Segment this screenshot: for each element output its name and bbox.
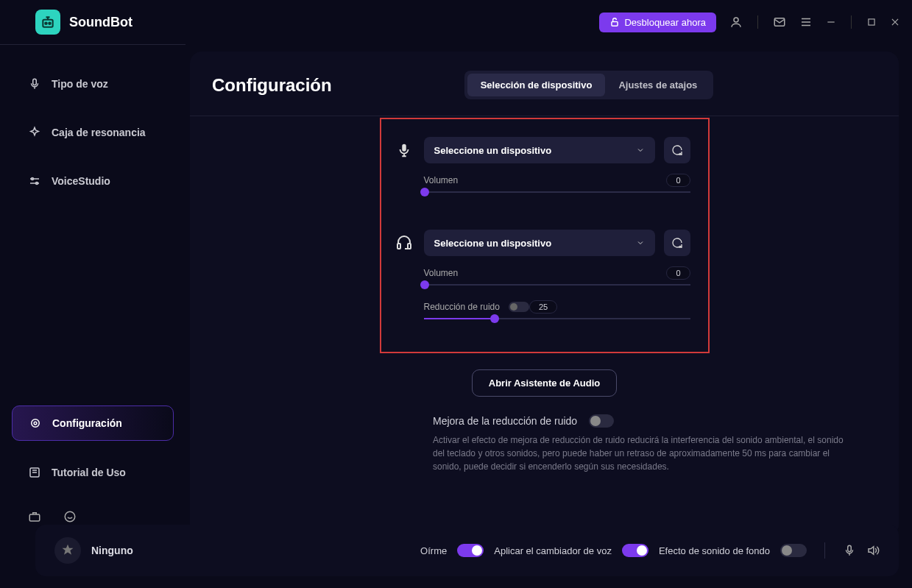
mail-icon[interactable] xyxy=(773,15,786,29)
sidebar-item-voicestudio[interactable]: VoiceStudio xyxy=(0,164,185,198)
nr-enhance-title: Mejora de la reducción de ruido xyxy=(433,415,577,427)
svg-rect-17 xyxy=(408,244,411,249)
speaker-icon[interactable] xyxy=(866,544,880,557)
maximize-icon[interactable] xyxy=(866,17,877,27)
lock-icon xyxy=(609,17,620,27)
mic-refresh-button[interactable] xyxy=(664,137,690,163)
bg-effect-toggle[interactable] xyxy=(780,544,807,557)
minimize-icon[interactable] xyxy=(826,17,836,27)
headset-volume-value: 0 xyxy=(666,266,690,280)
sidebar-item-label: Caja de resonancia xyxy=(52,127,146,138)
microphone-icon xyxy=(393,142,415,158)
content-panel: Configuración Selección de dispositivo A… xyxy=(190,52,899,536)
headset-refresh-button[interactable] xyxy=(664,230,690,256)
hear-myself-toggle[interactable] xyxy=(457,544,484,557)
bg-effect-label: Efecto de sonido de fondo xyxy=(659,545,770,556)
tab-shortcuts[interactable]: Ajustes de atajos xyxy=(605,74,710,96)
tab-group: Selección de dispositivo Ajustes de ataj… xyxy=(464,71,714,99)
apply-changer-toggle[interactable] xyxy=(622,544,648,557)
apply-changer-label: Aplicar el cambiador de voz xyxy=(494,545,612,556)
refresh-icon xyxy=(671,144,683,156)
app-logo xyxy=(35,10,60,35)
noise-reduction-slider[interactable] xyxy=(424,318,690,319)
svg-rect-3 xyxy=(612,21,618,26)
mic-select-label: Seleccione un dispositivo xyxy=(434,145,552,156)
close-icon[interactable] xyxy=(890,17,900,27)
chevron-down-icon xyxy=(636,238,645,247)
svg-rect-6 xyxy=(869,19,874,25)
svg-rect-7 xyxy=(33,79,37,85)
tab-device-selection[interactable]: Selección de dispositivo xyxy=(467,74,606,96)
sidebar-item-label: Tutorial de Uso xyxy=(52,467,126,478)
app-name: SoundBot xyxy=(69,15,132,30)
headset-select-label: Seleccione un dispositivo xyxy=(434,238,552,249)
sidebar: Tipo de voz Caja de resonancia VoiceStud… xyxy=(0,44,185,536)
svg-rect-15 xyxy=(402,144,406,152)
sidebar-item-label: Configuración xyxy=(52,417,122,429)
mic-volume-slider[interactable] xyxy=(424,191,690,193)
menu-icon[interactable] xyxy=(799,15,813,29)
chevron-down-icon xyxy=(636,146,645,155)
refresh-icon xyxy=(671,237,683,249)
svg-rect-16 xyxy=(397,244,400,249)
bottombar: Ninguno Oírme Aplicar el cambiador de vo… xyxy=(35,525,899,576)
mic-volume-label: Volumen xyxy=(424,175,459,185)
headset-device-select[interactable]: Seleccione un dispositivo xyxy=(424,230,655,256)
svg-rect-18 xyxy=(848,545,852,551)
svg-point-14 xyxy=(65,511,75,522)
chat-support-icon[interactable] xyxy=(63,510,77,523)
svg-point-4 xyxy=(734,18,738,22)
sparkle-icon xyxy=(28,126,41,139)
sidebar-item-tutorial[interactable]: Tutorial de Uso xyxy=(0,456,185,489)
sidebar-item-label: Tipo de voz xyxy=(52,78,108,90)
headset-volume-label: Volumen xyxy=(424,268,459,278)
noise-reduction-label: Reducción de ruido xyxy=(424,302,500,312)
sidebar-item-voice-type[interactable]: Tipo de voz xyxy=(0,67,185,101)
voice-avatar[interactable] xyxy=(54,537,81,564)
device-highlight-box: Seleccione un dispositivo Volumen 0 xyxy=(380,118,710,353)
svg-point-10 xyxy=(32,419,40,428)
headset-volume-slider[interactable] xyxy=(424,284,690,286)
sidebar-item-settings[interactable]: Configuración xyxy=(12,405,174,441)
toolbox-icon[interactable] xyxy=(28,510,41,523)
nr-enhance-toggle[interactable] xyxy=(589,414,614,428)
noise-reduction-value: 25 xyxy=(529,300,557,314)
book-icon xyxy=(28,466,41,479)
sliders-icon xyxy=(28,174,41,188)
page-title: Configuración xyxy=(212,75,332,96)
microphone-icon[interactable] xyxy=(843,544,856,557)
svg-point-11 xyxy=(34,422,37,425)
unlock-button[interactable]: Desbloquear ahora xyxy=(599,13,716,32)
mic-volume-value: 0 xyxy=(666,174,690,187)
gear-icon xyxy=(29,417,42,430)
unlock-label: Desbloquear ahora xyxy=(624,17,706,28)
hear-myself-label: Oírme xyxy=(420,545,447,556)
microphone-icon xyxy=(28,77,41,91)
current-voice-name: Ninguno xyxy=(91,545,133,556)
sidebar-item-soundboard[interactable]: Caja de resonancia xyxy=(0,116,185,149)
noise-reduction-toggle[interactable] xyxy=(509,302,529,312)
svg-point-2 xyxy=(49,22,51,24)
nr-enhance-description: Activar el efecto de mejora de reducción… xyxy=(433,433,845,473)
sidebar-item-label: VoiceStudio xyxy=(52,175,110,187)
svg-point-1 xyxy=(45,22,47,24)
titlebar: SoundBot Desbloquear ahora xyxy=(0,0,912,44)
headset-icon xyxy=(393,234,415,252)
open-audio-assistant-button[interactable]: Abrir Asistente de Audio xyxy=(472,369,617,397)
mic-device-select[interactable]: Seleccione un dispositivo xyxy=(424,137,655,163)
account-icon[interactable] xyxy=(729,15,743,29)
svg-rect-13 xyxy=(29,514,40,521)
